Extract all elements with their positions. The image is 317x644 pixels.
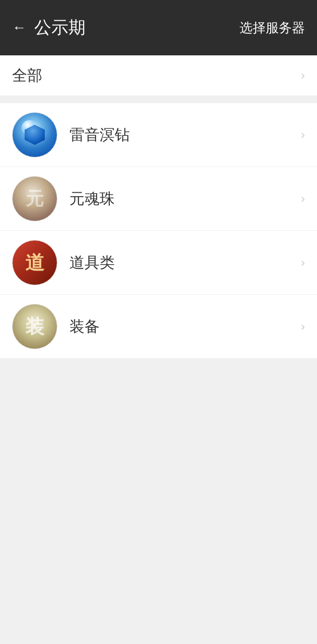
item-icon-soul (12, 176, 57, 221)
page-title: 公示期 (34, 16, 86, 39)
server-select-label: 选择服务器 (240, 20, 305, 35)
header-left: ← 公示期 (12, 16, 86, 39)
item-icon-tool (12, 240, 57, 285)
all-label: 全部 (12, 65, 42, 86)
list-item[interactable]: 装备 › (0, 295, 317, 358)
empty-area (0, 358, 317, 625)
item-chevron-icon: › (301, 192, 305, 206)
header: ← 公示期 选择服务器 (0, 0, 317, 55)
all-chevron-icon: › (301, 68, 305, 83)
list-item[interactable]: 雷音溟钻 › (0, 103, 317, 167)
list-section: 雷音溟钻 › 元魂珠 › 道具类 › 装备 › (0, 103, 317, 358)
item-chevron-icon: › (301, 319, 305, 334)
list-item[interactable]: 元魂珠 › (0, 167, 317, 231)
item-label-soul: 元魂珠 (69, 189, 301, 209)
thunder-gem-shape (25, 125, 45, 145)
list-item[interactable]: 道具类 › (0, 231, 317, 295)
content-area: 全部 › 雷音溟钻 › 元魂珠 › 道具类 › (0, 55, 317, 358)
item-chevron-icon: › (301, 256, 305, 270)
all-row[interactable]: 全部 › (12, 55, 305, 96)
item-label-equip: 装备 (69, 316, 301, 337)
all-section: 全部 › (0, 55, 317, 96)
server-select-button[interactable]: 选择服务器 (240, 19, 305, 37)
item-label-thunder: 雷音溟钻 (69, 125, 301, 145)
item-label-tools: 道具类 (69, 253, 301, 273)
item-icon-thunder (12, 112, 57, 157)
section-divider (0, 96, 317, 103)
item-chevron-icon: › (301, 128, 305, 142)
back-button[interactable]: ← (12, 21, 26, 35)
back-arrow-icon: ← (12, 21, 26, 35)
item-icon-equip (12, 304, 57, 349)
